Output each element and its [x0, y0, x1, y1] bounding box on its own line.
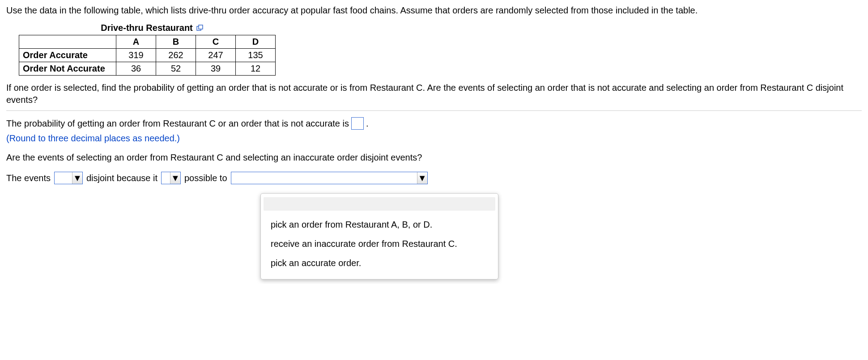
sentence-part-1: The events [6, 172, 51, 184]
col-a: A [116, 35, 156, 49]
probability-input[interactable] [351, 117, 364, 130]
chevron-down-icon: ▼ [417, 172, 427, 184]
cell: 39 [196, 62, 236, 76]
answer-trail: . [366, 118, 369, 130]
problem-intro: Use the data in the following table, whi… [6, 4, 862, 17]
col-d: D [236, 35, 276, 49]
answer-lead: The probability of getting an order from… [6, 118, 349, 130]
chevron-down-icon: ▼ [170, 172, 180, 184]
dropdown-is-isnot[interactable]: ▼ [161, 172, 181, 184]
cell: 36 [116, 62, 156, 76]
answer-line-1: The probability of getting an order from… [6, 117, 862, 130]
rounding-hint: (Round to three decimal places as needed… [6, 132, 862, 144]
dropdown-are-arenot[interactable]: ▼ [54, 172, 83, 184]
row-label: Order Accurate [19, 49, 116, 62]
table-header-row: A B C D [19, 35, 276, 49]
cell: 12 [236, 62, 276, 76]
sentence-part-3: possible to [184, 172, 227, 184]
cell: 135 [236, 49, 276, 62]
row-label: Order Not Accurate [19, 62, 116, 76]
data-table-wrap: Drive-thru Restaurant A B C D Order Accu… [19, 22, 862, 76]
dropdown-option[interactable]: pick an order from Restaurant A, B, or D… [261, 215, 498, 234]
dropdown-reason-panel: pick an order from Restaurant A, B, or D… [260, 193, 498, 280]
dropdown-option[interactable]: pick an accurate order. [261, 254, 498, 273]
col-b: B [156, 35, 196, 49]
cell: 247 [196, 49, 236, 62]
fill-sentence: The events ▼ disjoint because it ▼ possi… [6, 172, 862, 184]
col-c: C [196, 35, 236, 49]
svg-rect-1 [199, 25, 203, 29]
dropdown-option[interactable]: receive an inaccurate order from Restaur… [261, 234, 498, 254]
question-text: If one order is selected, find the proba… [6, 82, 862, 106]
cell: 52 [156, 62, 196, 76]
table-title: Drive-thru Restaurant [101, 22, 193, 34]
divider [6, 110, 862, 111]
table-row: Order Not Accurate 36 52 39 12 [19, 62, 276, 76]
popout-icon[interactable] [196, 25, 204, 32]
table-row: Order Accurate 319 262 247 135 [19, 49, 276, 62]
dropdown-reason[interactable]: ▼ [231, 172, 428, 184]
table-corner [19, 35, 116, 49]
sentence-part-2: disjoint because it [86, 172, 157, 184]
chevron-down-icon: ▼ [72, 172, 82, 184]
question-2: Are the events of selecting an order fro… [6, 152, 862, 164]
dropdown-option-blank[interactable] [264, 197, 495, 211]
data-table: A B C D Order Accurate 319 262 247 135 O… [19, 35, 276, 76]
cell: 262 [156, 49, 196, 62]
cell: 319 [116, 49, 156, 62]
table-title-row: Drive-thru Restaurant [27, 22, 277, 34]
